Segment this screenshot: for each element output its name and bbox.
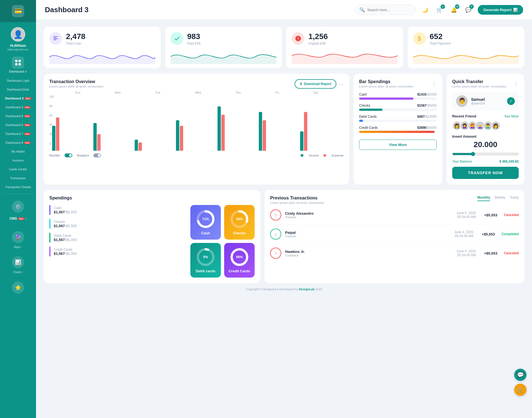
checks-color-bar <box>49 219 50 229</box>
stat-label-unpaid: Unpaid EMI <box>308 42 328 45</box>
donut-checks-label: Checks <box>233 231 246 235</box>
amount-slider[interactable] <box>452 152 519 156</box>
balance-row: Your Balance $ 456,345.62 <box>452 160 519 163</box>
stat-icon-loan <box>49 32 62 45</box>
tx-item-paipal: ↓ Paipal Transfer June 4, 2020 05:34:45 … <box>270 225 519 244</box>
tx-tabs: Monthly Weekly Today <box>477 196 519 201</box>
donut-debit-label: Debit cards <box>196 269 215 273</box>
content-area: 2,478 Total Loan <box>36 20 532 418</box>
bell-badge: 12 <box>455 4 459 9</box>
charts-icon[interactable]: 📊 <box>12 256 24 268</box>
badge-new: New <box>24 115 30 117</box>
float-cart-btn[interactable]: 🛒 <box>514 384 526 396</box>
download-report-button[interactable]: ⬇ Download Report <box>295 79 336 89</box>
balance-label: Your Balance <box>452 160 472 163</box>
float-chat-btn[interactable]: 💬 <box>514 369 526 381</box>
friend-avatar-6[interactable]: 👩 <box>491 121 500 130</box>
sidebar-item-invoices[interactable]: Invoices <box>0 156 36 165</box>
stat-card-top: 2,478 Total Loan <box>49 32 155 45</box>
tab-weekly[interactable]: Weekly <box>495 196 505 201</box>
footer: Copyright © Designed & Developed by Dexi… <box>44 283 524 295</box>
sidebar-item-dashboard4[interactable]: Dashboard 4New <box>0 103 36 112</box>
donut-svg-credit: 96% <box>230 247 249 267</box>
balance-value: $ 456,345.62 <box>499 160 519 163</box>
bar-red <box>304 112 307 151</box>
search-input[interactable] <box>367 8 406 12</box>
sidebar-item-dashboard5[interactable]: Dashboard 5New <box>0 112 36 120</box>
view-more-button[interactable]: View More <box>359 140 437 150</box>
dashboard-icon-btn[interactable] <box>12 57 24 69</box>
chart-icon: 📊 <box>513 8 518 12</box>
sidebar-user: 👤 Hi,William william@gmail.com <box>7 22 29 54</box>
footer-brand-link[interactable]: DexignLab <box>299 288 314 291</box>
tab-today[interactable]: Today <box>510 196 519 201</box>
spendings-panel: Spendings Cash $1,567/$5,000 <box>44 190 260 283</box>
apps-icon[interactable]: 🔮 <box>12 231 24 243</box>
panel-subtitle: Lorem ipsum dolor sit amet, consectetur <box>49 85 104 88</box>
star-section: ⭐ <box>0 277 36 298</box>
tab-monthly[interactable]: Monthly <box>477 196 490 201</box>
header: Dashboard 3 🔍 🌙 🛒 2 🔔 12 💬 5 Generate Re… <box>36 0 532 20</box>
transfer-check-icon[interactable]: ✓ <box>507 97 515 105</box>
message-icon-btn[interactable]: 💬 5 <box>463 5 473 15</box>
star-icon[interactable]: ⭐ <box>12 281 24 294</box>
donut-cash-label: Cash <box>201 231 210 235</box>
transfer-now-button[interactable]: TRANSFER NOW <box>452 167 519 179</box>
dashboard-label[interactable]: Dashboard ∨ <box>9 70 27 73</box>
avatar: 👤 <box>11 27 25 42</box>
bar-spendings-header: Bar Spendings Lorem ipsum dolor sit amet… <box>359 79 437 88</box>
bottom-row: Spendings Cash $1,567/$5,000 <box>44 190 524 283</box>
apps-label[interactable]: Apps › <box>14 245 22 248</box>
spending-item-debit: Debit Cards $487/$10000 <box>359 115 437 122</box>
page-title: Dashboard 3 <box>45 6 350 14</box>
svg-rect-3 <box>19 63 21 65</box>
sidebar-item-dashboard3[interactable]: Dashboard 3New <box>0 94 36 103</box>
sidebar-item-dashboard7[interactable]: Dashboard 7New <box>0 129 36 138</box>
sidebar-item-my-wallet[interactable]: My Wallet <box>0 147 36 156</box>
stat-number-payment: 652 <box>430 32 451 41</box>
svg-rect-2 <box>15 63 17 65</box>
bar-spendings-more-icon[interactable]: ⋮ <box>432 80 437 86</box>
cms-settings-icon[interactable]: ⚙️ <box>12 201 24 213</box>
stat-card-unpaid-emi: 1,256 Unpaid EMI <box>286 27 403 68</box>
charts-label[interactable]: Charts › <box>13 271 23 274</box>
more-options-icon[interactable]: ⋯ <box>339 81 344 88</box>
bell-icon-btn[interactable]: 🔔 12 <box>449 5 459 15</box>
search-icon: 🔍 <box>359 7 365 12</box>
sidebar-item-dashboard-dark[interactable]: Dashboard Dark <box>0 85 36 94</box>
sidebar-item-dashboard6[interactable]: Dashboard 6New <box>0 120 36 129</box>
analytics-toggle[interactable] <box>93 153 101 157</box>
main-area: Dashboard 3 🔍 🌙 🛒 2 🔔 12 💬 5 Generate Re… <box>36 0 532 418</box>
sidebar-item-dashboard-light[interactable]: Dashboard Light <box>0 76 36 85</box>
bar-teal <box>218 106 221 151</box>
sidebar-item-cards-center[interactable]: Cards Center <box>0 165 36 174</box>
badge-new: New <box>24 124 30 126</box>
see-more-link[interactable]: See More <box>504 114 519 118</box>
quick-transfer-panel: Quick Transfer Lorem ipsum dolor sit ame… <box>447 74 524 184</box>
panel-header: Transaction Overview Lorem ipsum dolor s… <box>49 79 344 89</box>
cart-icon-btn[interactable]: 🛒 2 <box>434 5 444 15</box>
badge-new: New <box>24 142 30 144</box>
divider <box>4 194 32 194</box>
sidebar-item-dashboard8[interactable]: Dashboard 8New <box>0 138 36 147</box>
amount-value: 20.000 <box>452 140 519 149</box>
logo-icon[interactable]: 💳 <box>12 5 24 17</box>
spending-cash: Cash $1,567/$5,000 <box>49 205 185 215</box>
legend-number-label: Number <box>49 154 60 157</box>
sidebar-item-transaction-details[interactable]: Transaction Details <box>0 183 36 191</box>
badge-new: New <box>25 97 31 100</box>
quick-transfer-more-icon[interactable]: ⋮ <box>514 80 519 86</box>
search-box[interactable]: 🔍 <box>355 5 416 15</box>
cms-section: ⚙️ CMS New › <box>0 196 36 227</box>
number-toggle[interactable] <box>65 153 72 157</box>
generate-report-button[interactable]: Generate Report 📊 <box>478 5 523 15</box>
sidebar-item-transaction[interactable]: Transaction <box>0 174 36 183</box>
bar-red <box>139 142 142 151</box>
wave-payment <box>413 49 519 64</box>
stat-label-paid: Paid EMI <box>187 42 201 45</box>
dark-mode-toggle[interactable]: 🌙 <box>420 5 430 15</box>
donut-svg-cash: 71% <box>196 209 215 229</box>
prev-tx-title: Previous Transactions <box>270 196 324 201</box>
donut-svg-checks: 30% <box>230 209 249 229</box>
badge-new: New <box>24 106 30 109</box>
